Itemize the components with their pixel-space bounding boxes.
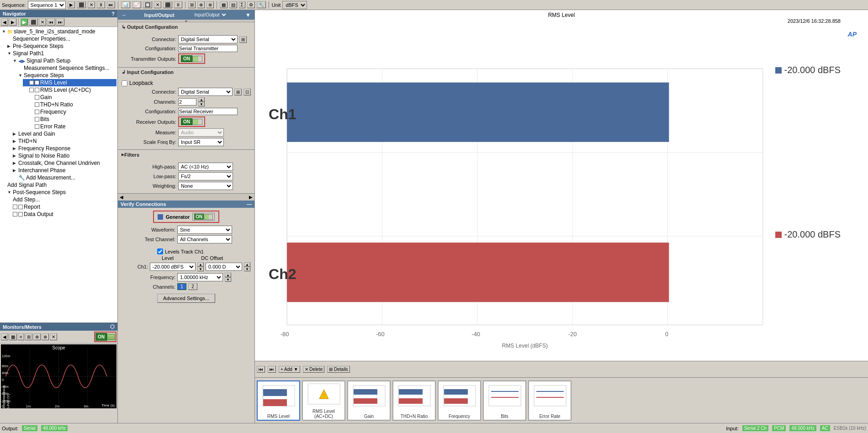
check-box12[interactable] bbox=[13, 212, 17, 216]
tree-item-add-meas[interactable]: 🔧 Add Measurement... bbox=[12, 174, 116, 181]
highpass-select[interactable]: AC (<10 Hz) DC (Flat) bbox=[178, 163, 233, 171]
verify-collapse-btn[interactable]: — bbox=[247, 201, 252, 207]
measure-select[interactable]: Audio bbox=[178, 128, 224, 137]
mon-on-slider[interactable] bbox=[107, 334, 115, 340]
channels-down-arrow[interactable]: ▼ bbox=[198, 102, 205, 106]
toolbar-btn-6[interactable]: 📊 bbox=[121, 1, 130, 8]
mon-btn-2[interactable]: ▦ bbox=[9, 333, 17, 340]
navigator-help-icon[interactable]: ? bbox=[111, 11, 115, 16]
toolbar-btn-10[interactable]: ⬛ bbox=[163, 1, 172, 8]
in-connector-prop-btn[interactable]: ⊞ bbox=[234, 89, 242, 95]
toolbar-btn-9[interactable]: ✕ bbox=[154, 1, 161, 8]
freq-stepper[interactable]: ▲ ▼ bbox=[225, 273, 231, 282]
check-box2[interactable] bbox=[35, 80, 39, 85]
unit-select[interactable]: dBFS dBu V bbox=[282, 1, 307, 9]
toolbar-btn-table[interactable]: ▦ bbox=[220, 1, 228, 8]
tree-item-seq-steps[interactable]: ▼ Sequence Steps bbox=[17, 72, 116, 79]
tree-item-error-rate[interactable]: Error Rate bbox=[23, 123, 116, 130]
chart-first-btn[interactable]: ⏮ bbox=[257, 366, 265, 373]
toolbar-btn-8[interactable]: 🔲 bbox=[143, 1, 152, 8]
tree-item-rms-level-ac-dc[interactable]: RMS Level (AC+DC) bbox=[23, 86, 116, 94]
nav-btn-forward[interactable]: ▶ bbox=[9, 18, 16, 26]
check-box5[interactable] bbox=[35, 95, 39, 100]
tree-item-signal-path1[interactable]: ▼ Signal Path1 bbox=[6, 50, 116, 57]
weighting-select[interactable]: None A-Weight CCIR bbox=[178, 182, 233, 190]
thumb-rms-level[interactable]: RMS Level bbox=[257, 380, 300, 421]
levels-track-checkbox[interactable] bbox=[157, 248, 163, 254]
thumb-gain[interactable]: Gain bbox=[347, 380, 391, 421]
in-connector-select[interactable]: Digital Serial bbox=[178, 88, 233, 96]
check-box6[interactable] bbox=[35, 102, 39, 107]
toolbar-btn-zoom2[interactable]: ⊗ bbox=[206, 1, 214, 8]
nav-btn-back[interactable]: ◀ bbox=[1, 18, 8, 26]
chart-last-btn[interactable]: ⏭ bbox=[268, 366, 276, 373]
config-input[interactable] bbox=[178, 45, 238, 52]
rx-on-slider[interactable] bbox=[192, 119, 202, 125]
tree-item-snr[interactable]: ▶ Signal to Noise Ratio bbox=[12, 152, 116, 159]
mon-btn-4[interactable]: ⊞ bbox=[25, 333, 32, 340]
tree-item-freq-resp[interactable]: ▶ Frequency Response bbox=[12, 145, 116, 152]
io-expand-btn[interactable]: ▼ bbox=[245, 12, 251, 18]
monitors-expand-icon[interactable]: ⬡ bbox=[110, 324, 115, 330]
lowpass-select[interactable]: Fs/2 22 kHz 20 kHz bbox=[178, 172, 233, 180]
toolbar-btn-table2[interactable]: ▤ bbox=[229, 1, 237, 8]
toolbar-btn-2[interactable]: ⬛ bbox=[77, 1, 86, 8]
toolbar-btn-4[interactable]: ⏸ bbox=[97, 1, 105, 8]
nav-btn-stop[interactable]: ⬛ bbox=[29, 18, 38, 26]
io-panel-mode[interactable]: Input/Output bbox=[192, 11, 228, 18]
toolbar-btn-1[interactable]: ▶ bbox=[68, 1, 75, 8]
tree-item-gain[interactable]: Gain bbox=[23, 94, 116, 101]
scale-freq-select[interactable]: Input SR Output SR bbox=[178, 138, 224, 146]
mon-btn-6[interactable]: ⊗ bbox=[42, 333, 49, 340]
tree-item-sps[interactable]: ▼ ◀▶ Signal Path Setup bbox=[12, 57, 116, 64]
tree-item-mss[interactable]: Measurement Sequence Settings... bbox=[17, 64, 116, 72]
connector-prop-btn[interactable]: ⊞ bbox=[239, 36, 247, 43]
toolbar-btn-zoom[interactable]: ⊕ bbox=[197, 1, 205, 8]
check-box8[interactable] bbox=[35, 117, 39, 121]
tree-item-pre-seq[interactable]: ▶ Pre-Sequence Steps bbox=[6, 42, 116, 50]
ch1-level-stepper[interactable]: ▲ ▼ bbox=[197, 262, 204, 271]
nav-btn-step-back[interactable]: ⏮ bbox=[47, 18, 55, 26]
mon-btn-5[interactable]: ⊕ bbox=[33, 333, 41, 340]
check-box3[interactable] bbox=[29, 88, 34, 92]
chart-details-btn[interactable]: ⊞ Details bbox=[327, 366, 349, 373]
sequence-select[interactable]: Sequence 1 bbox=[28, 1, 66, 9]
nav-btn-step-fwd[interactable]: ⏭ bbox=[56, 18, 64, 26]
ch1-dc-stepper[interactable]: ▲ ▼ bbox=[244, 262, 250, 271]
mon-btn-1[interactable]: ◀ bbox=[1, 333, 8, 340]
in-config-input[interactable] bbox=[178, 108, 238, 115]
check-box[interactable] bbox=[29, 80, 34, 85]
tree-item-seq-props[interactable]: Sequencer Properties... bbox=[6, 35, 116, 42]
tree-item-report[interactable]: Report bbox=[12, 203, 116, 211]
freq-up[interactable]: ▲ bbox=[225, 273, 231, 277]
freq-down[interactable]: ▼ bbox=[225, 277, 231, 282]
check-box10[interactable] bbox=[13, 205, 17, 209]
tree-item-rms-level[interactable]: RMS Level bbox=[23, 79, 116, 86]
thumb-error[interactable]: Error Rate bbox=[528, 380, 572, 421]
ch1-btn[interactable]: 1 bbox=[177, 283, 186, 290]
toolbar-btn-calc[interactable]: Σ bbox=[239, 1, 245, 8]
thumb-rms-acdc[interactable]: ! RMS Level (AC+DC) bbox=[302, 380, 345, 421]
loopback-checkbox[interactable] bbox=[122, 80, 127, 86]
freq-select[interactable]: 1.00000 kHz bbox=[177, 273, 223, 281]
gen-slider[interactable] bbox=[204, 214, 213, 220]
toolbar-btn-prop[interactable]: 🔧 bbox=[257, 1, 266, 8]
toolbar-btn-settings[interactable]: ⚙ bbox=[247, 1, 255, 8]
connector-select[interactable]: Digital Serial bbox=[178, 35, 238, 43]
check-box7[interactable] bbox=[35, 110, 39, 114]
in-connector-prop-btn2[interactable]: ⊡ bbox=[243, 89, 251, 95]
channels-input[interactable] bbox=[178, 98, 196, 106]
tree-item-freq[interactable]: Frequency bbox=[23, 108, 116, 116]
tree-item-bits[interactable]: Bits bbox=[23, 116, 116, 123]
channels-up-arrow[interactable]: ▲ bbox=[198, 97, 205, 102]
check-box11[interactable] bbox=[18, 205, 23, 209]
thumb-thdn[interactable]: THD+N Ratio bbox=[392, 380, 436, 421]
tree-item-interchannel[interactable]: ▶ Interchannel Phase bbox=[12, 167, 116, 174]
advanced-settings-btn[interactable]: Advanced Settings... bbox=[157, 294, 215, 303]
check-box13[interactable] bbox=[18, 212, 23, 216]
tree-item-add-signal-path[interactable]: Add Signal Path bbox=[6, 181, 116, 189]
tree-item-root[interactable]: ▼ 📁 slave_5_line_i2s_standard_mode bbox=[1, 28, 116, 35]
tree-item-add-step[interactable]: Add Step... bbox=[12, 196, 116, 203]
tx-on-slider[interactable] bbox=[192, 56, 202, 62]
toolbar-btn-3[interactable]: ✕ bbox=[88, 1, 95, 8]
